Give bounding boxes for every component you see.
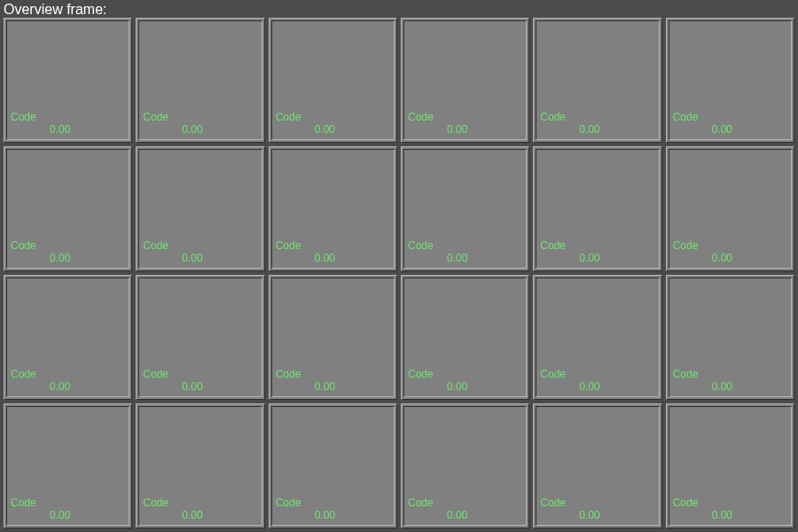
cell-label: Code: [276, 497, 301, 509]
overview-cell[interactable]: Code0.00: [533, 275, 661, 400]
cell-value: 0.00: [712, 509, 732, 521]
overview-cell[interactable]: Code0.00: [401, 146, 529, 271]
cell-value: 0.00: [712, 252, 732, 264]
cell-label: Code: [540, 368, 566, 380]
overview-cell[interactable]: Code0.00: [136, 146, 264, 271]
cell-label: Code: [540, 239, 566, 252]
overview-cell[interactable]: Code0.00: [4, 275, 132, 400]
cell-canvas: Code0.00: [6, 149, 129, 269]
cell-canvas: Code0.00: [271, 406, 395, 526]
cell-value: 0.00: [182, 380, 202, 393]
overview-cell[interactable]: Code0.00: [269, 275, 397, 400]
cell-value: 0.00: [50, 123, 70, 136]
overview-cell[interactable]: Code0.00: [533, 18, 661, 143]
cell-canvas: Code0.00: [536, 278, 659, 397]
overview-cell[interactable]: Code0.00: [136, 275, 264, 400]
overview-cell[interactable]: Code0.00: [4, 146, 132, 271]
cell-canvas: Code0.00: [6, 406, 129, 526]
cell-label: Code: [143, 111, 168, 123]
cell-canvas: Code0.00: [536, 406, 659, 526]
cell-label: Code: [673, 497, 699, 509]
cell-value: 0.00: [50, 380, 70, 393]
cell-value: 0.00: [447, 123, 467, 136]
overview-cell[interactable]: Code0.00: [269, 18, 397, 143]
cell-canvas: Code0.00: [271, 149, 395, 269]
overview-cell[interactable]: Code0.00: [269, 403, 397, 528]
cell-label: Code: [143, 239, 168, 252]
cell-value: 0.00: [315, 380, 335, 393]
cell-canvas: Code0.00: [138, 406, 262, 526]
cell-value: 0.00: [315, 252, 335, 264]
cell-label: Code: [276, 111, 301, 123]
cell-canvas: Code0.00: [536, 20, 659, 140]
cell-canvas: Code0.00: [403, 278, 527, 397]
cell-label: Code: [408, 239, 434, 252]
cell-canvas: Code0.00: [669, 406, 792, 526]
cell-value: 0.00: [447, 380, 467, 393]
cell-label: Code: [673, 111, 699, 123]
overview-cell[interactable]: Code0.00: [136, 18, 264, 143]
overview-cell[interactable]: Code0.00: [4, 403, 132, 528]
cell-canvas: Code0.00: [138, 278, 262, 397]
cell-value: 0.00: [579, 252, 599, 264]
cell-label: Code: [11, 239, 36, 252]
cell-value: 0.00: [447, 252, 467, 264]
cell-label: Code: [11, 497, 36, 509]
cell-canvas: Code0.00: [669, 149, 792, 269]
cell-canvas: Code0.00: [669, 20, 792, 140]
overview-cell[interactable]: Code0.00: [666, 146, 794, 271]
overview-cell[interactable]: Code0.00: [666, 403, 794, 528]
overview-cell[interactable]: Code0.00: [269, 146, 397, 271]
cell-value: 0.00: [182, 252, 202, 264]
cell-value: 0.00: [315, 509, 335, 521]
overview-cell[interactable]: Code0.00: [666, 18, 794, 143]
overview-cell[interactable]: Code0.00: [401, 18, 529, 143]
cell-canvas: Code0.00: [403, 149, 527, 269]
cell-label: Code: [408, 497, 434, 509]
cell-label: Code: [143, 497, 168, 509]
cell-value: 0.00: [712, 380, 732, 393]
cell-canvas: Code0.00: [271, 278, 395, 397]
cell-canvas: Code0.00: [138, 149, 262, 269]
overview-cell[interactable]: Code0.00: [4, 18, 132, 143]
overview-cell[interactable]: Code0.00: [136, 403, 264, 528]
cell-canvas: Code0.00: [403, 20, 527, 140]
overview-grid: Code0.00 Code0.00 Code0.00 Code0.00 Code…: [0, 18, 798, 532]
cell-label: Code: [408, 368, 434, 380]
cell-value: 0.00: [712, 123, 732, 136]
cell-canvas: Code0.00: [6, 278, 129, 397]
cell-label: Code: [11, 111, 36, 123]
cell-canvas: Code0.00: [6, 20, 129, 140]
cell-label: Code: [11, 368, 36, 380]
cell-value: 0.00: [579, 123, 599, 136]
overview-cell[interactable]: Code0.00: [533, 146, 661, 271]
panel-title: Overview frame:: [0, 0, 798, 18]
cell-label: Code: [673, 239, 699, 252]
cell-label: Code: [540, 111, 566, 123]
cell-canvas: Code0.00: [669, 278, 792, 397]
cell-value: 0.00: [182, 509, 202, 521]
overview-cell[interactable]: Code0.00: [401, 403, 529, 528]
cell-value: 0.00: [579, 380, 599, 393]
overview-cell[interactable]: Code0.00: [666, 275, 794, 400]
cell-label: Code: [276, 368, 301, 380]
cell-value: 0.00: [182, 123, 202, 136]
cell-label: Code: [276, 239, 301, 252]
cell-value: 0.00: [50, 252, 70, 264]
overview-cell[interactable]: Code0.00: [533, 403, 661, 528]
cell-value: 0.00: [579, 509, 599, 521]
cell-value: 0.00: [315, 123, 335, 136]
cell-canvas: Code0.00: [271, 20, 395, 140]
cell-label: Code: [143, 368, 168, 380]
overview-cell[interactable]: Code0.00: [401, 275, 529, 400]
cell-label: Code: [540, 497, 566, 509]
cell-canvas: Code0.00: [536, 149, 659, 269]
cell-value: 0.00: [50, 509, 70, 521]
cell-canvas: Code0.00: [403, 406, 527, 526]
cell-label: Code: [408, 111, 434, 123]
cell-label: Code: [673, 368, 699, 380]
cell-value: 0.00: [447, 509, 467, 521]
cell-canvas: Code0.00: [138, 20, 262, 140]
